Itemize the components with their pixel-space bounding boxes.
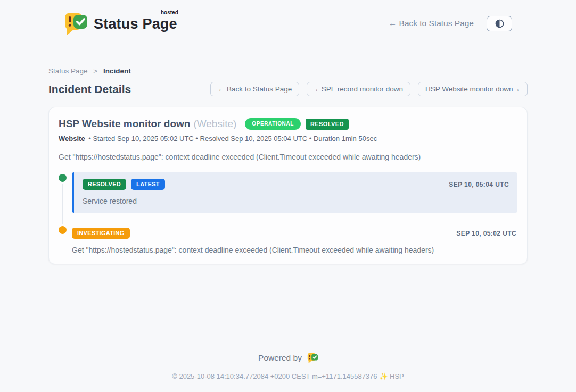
timeline-entry-head: INVESTIGATING SEP 10, 05:02 UTC bbox=[72, 228, 516, 239]
timeline-entry-head: RESOLVED LATEST SEP 10, 05:04 UTC bbox=[83, 179, 509, 190]
page-title: Incident Details bbox=[48, 83, 131, 96]
timeline-latest-badge: LATEST bbox=[131, 179, 165, 190]
header: Status Page hosted ← Back to Status Page bbox=[0, 0, 576, 39]
back-to-status-page-button[interactable]: ← Back to Status Page bbox=[210, 82, 300, 96]
incident-nav-buttons: ← Back to Status Page ←SPF record monito… bbox=[210, 82, 528, 96]
incident-card: HSP Website monitor down (Website) OPERA… bbox=[48, 107, 528, 264]
timeline-entry-timestamp: SEP 10, 05:02 UTC bbox=[456, 230, 516, 237]
operational-status-badge: OPERATIONAL bbox=[245, 118, 301, 130]
next-incident-button[interactable]: HSP Website monitor down→ bbox=[418, 82, 528, 96]
timeline-investigating-badge: INVESTIGATING bbox=[72, 228, 130, 239]
brand-name: Status Page bbox=[94, 16, 177, 32]
timeline-entry-message: Get "https://hostedstatus.page": context… bbox=[72, 246, 516, 254]
incident-meta: Website • Started Sep 10, 2025 05:02 UTC… bbox=[59, 135, 517, 143]
breadcrumb: Status Page > Incident bbox=[48, 67, 528, 75]
header-right: ← Back to Status Page bbox=[389, 16, 512, 31]
title-row: Incident Details ← Back to Status Page ←… bbox=[48, 82, 528, 96]
timeline-dot-resolved bbox=[59, 174, 67, 182]
incident-meta-component: Website bbox=[59, 135, 85, 143]
timeline-connector-line bbox=[62, 180, 63, 230]
timeline-resolved-badge: RESOLVED bbox=[83, 179, 126, 190]
main-content: Status Page > Incident Incident Details … bbox=[48, 67, 528, 264]
breadcrumb-status-page[interactable]: Status Page bbox=[48, 67, 88, 75]
brand-superscript: hosted bbox=[161, 10, 178, 15]
brand-logo-icon bbox=[63, 11, 87, 36]
footer: Powered by © 2025-10-08 14:10:34.772084 … bbox=[0, 352, 576, 380]
timeline-entry-timestamp: SEP 10, 05:04 UTC bbox=[449, 181, 509, 188]
incident-card-title-row: HSP Website monitor down (Website) OPERA… bbox=[59, 118, 517, 130]
incident-meta-details: • Started Sep 10, 2025 05:02 UTC • Resol… bbox=[88, 135, 377, 143]
timeline-entry-badges: RESOLVED LATEST bbox=[83, 179, 165, 190]
page: Status Page hosted ← Back to Status Page… bbox=[0, 0, 576, 392]
copyright-text: © 2025-10-08 14:10:34.772084 +0200 CEST … bbox=[0, 372, 576, 380]
powered-by-text: Powered by bbox=[258, 353, 302, 363]
breadcrumb-separator: > bbox=[93, 67, 97, 75]
incident-title: HSP Website monitor down bbox=[59, 118, 190, 130]
brand-logo[interactable]: Status Page hosted bbox=[63, 11, 177, 36]
brand-text-wrap: Status Page hosted bbox=[94, 11, 177, 32]
breadcrumb-incident: Incident bbox=[103, 67, 131, 75]
incident-component: (Website) bbox=[193, 118, 236, 130]
timeline-dot-investigating bbox=[59, 226, 67, 234]
timeline-entry-message: Service restored bbox=[83, 197, 509, 205]
timeline-entry-resolved: RESOLVED LATEST SEP 10, 05:04 UTC Servic… bbox=[72, 172, 517, 213]
theme-toggle-button[interactable] bbox=[487, 16, 512, 31]
powered-by-link[interactable]: Powered by bbox=[0, 352, 576, 364]
incident-description: Get "https://hostedstatus.page": context… bbox=[59, 153, 517, 161]
prev-incident-button[interactable]: ←SPF record monitor down bbox=[307, 82, 410, 96]
incident-timeline: RESOLVED LATEST SEP 10, 05:04 UTC Servic… bbox=[59, 172, 517, 254]
header-back-link[interactable]: ← Back to Status Page bbox=[389, 19, 474, 28]
timeline-entry-badges: INVESTIGATING bbox=[72, 228, 130, 239]
resolved-status-badge: RESOLVED bbox=[306, 119, 349, 130]
theme-contrast-icon bbox=[495, 19, 504, 28]
powered-by-logo-icon bbox=[307, 352, 318, 364]
timeline-entry-investigating: INVESTIGATING SEP 10, 05:02 UTC Get "htt… bbox=[72, 228, 517, 254]
